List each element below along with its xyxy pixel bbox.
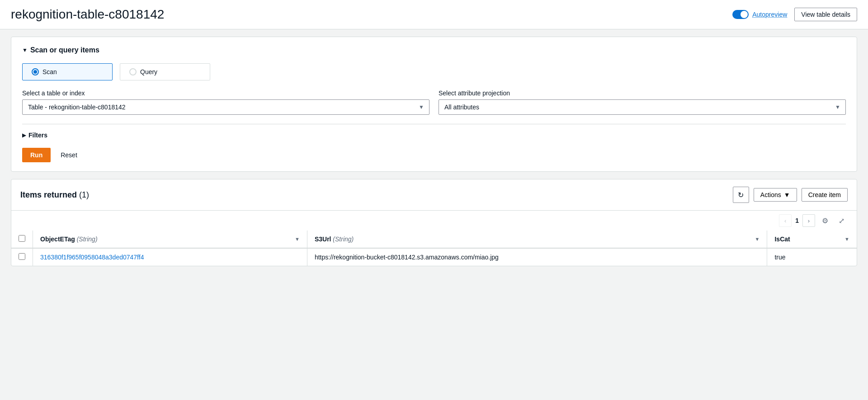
expand-icon-button[interactable]: ⤢ bbox=[835, 214, 848, 227]
items-returned-card: Items returned (1) ↻ Actions ▼ Create it… bbox=[11, 179, 857, 266]
select-all-checkbox[interactable] bbox=[19, 235, 25, 242]
table-select-wrapper: Table - rekognition-table-c8018142 ▼ bbox=[22, 99, 429, 115]
filters-section: ▶ Filters bbox=[22, 124, 846, 139]
table-row: 316380f1f965f0958048a3ded0747ff4 https:/… bbox=[11, 248, 857, 266]
run-button[interactable]: Run bbox=[22, 148, 51, 162]
header-checkbox-cell bbox=[11, 231, 33, 248]
items-actions: ↻ Actions ▼ Create item bbox=[733, 187, 848, 203]
iscat-cell: true bbox=[767, 248, 857, 266]
view-table-details-button[interactable]: View table details bbox=[794, 8, 857, 21]
table-body: 316380f1f965f0958048a3ded0747ff4 https:/… bbox=[11, 248, 857, 266]
page-title: rekognition-table-c8018142 bbox=[11, 7, 164, 22]
row-checkbox-cell bbox=[11, 248, 33, 266]
objectetag-cell: 316380f1f965f0958048a3ded0747ff4 bbox=[33, 248, 307, 266]
main-content: ▼ Scan or query items Scan Query Select … bbox=[0, 29, 868, 273]
query-radio-circle bbox=[129, 68, 137, 75]
scan-query-title: ▼ Scan or query items bbox=[22, 46, 846, 54]
settings-icon: ⚙ bbox=[822, 216, 828, 225]
projection-group: Select attribute projection All attribut… bbox=[439, 89, 846, 115]
autopreview-label[interactable]: Autopreview bbox=[752, 11, 787, 18]
scan-radio-option[interactable]: Scan bbox=[22, 63, 113, 80]
row-checkbox[interactable] bbox=[19, 253, 25, 260]
objectetag-sort-icon[interactable]: ▼ bbox=[295, 236, 300, 242]
s3url-sort-icon[interactable]: ▼ bbox=[755, 236, 760, 242]
collapse-arrow-icon[interactable]: ▼ bbox=[22, 47, 28, 53]
prev-page-button[interactable]: ‹ bbox=[779, 214, 792, 227]
expand-icon: ⤢ bbox=[839, 216, 844, 225]
radio-options: Scan Query bbox=[22, 63, 846, 80]
filters-toggle[interactable]: ▶ Filters bbox=[22, 132, 846, 139]
query-radio-option[interactable]: Query bbox=[120, 63, 210, 80]
scan-radio-label: Scan bbox=[42, 68, 57, 75]
items-table: ObjectETag (String) ▼ S3Url (String) bbox=[11, 231, 857, 266]
query-radio-label: Query bbox=[140, 68, 157, 75]
table-index-label: Select a table or index bbox=[22, 89, 429, 97]
actions-button[interactable]: Actions ▼ bbox=[754, 188, 797, 202]
items-title: Items returned (1) bbox=[20, 190, 89, 200]
pagination-row: ‹ 1 › ⚙ ⤢ bbox=[11, 211, 857, 231]
projection-select[interactable]: All attributes bbox=[439, 99, 846, 115]
s3url-cell: https://rekognition-bucket-c8018142.s3.a… bbox=[307, 248, 767, 266]
iscat-sort-icon[interactable]: ▼ bbox=[844, 236, 849, 242]
actions-dropdown-icon: ▼ bbox=[784, 191, 790, 198]
form-row: Select a table or index Table - rekognit… bbox=[22, 89, 846, 115]
header-right: Autopreview View table details bbox=[732, 8, 857, 21]
scan-query-title-text: Scan or query items bbox=[30, 46, 99, 54]
table-header: ObjectETag (String) ▼ S3Url (String) bbox=[11, 231, 857, 248]
filters-title-text: Filters bbox=[28, 132, 47, 139]
toggle-thumb bbox=[741, 11, 748, 18]
page-number: 1 bbox=[795, 217, 799, 224]
col-header-s3url: S3Url (String) ▼ bbox=[307, 231, 767, 248]
col-header-objectetag: ObjectETag (String) ▼ bbox=[33, 231, 307, 248]
filters-expand-icon: ▶ bbox=[22, 132, 26, 138]
scan-radio-circle bbox=[32, 68, 39, 75]
scan-radio-inner bbox=[33, 70, 37, 74]
settings-icon-button[interactable]: ⚙ bbox=[819, 214, 831, 227]
items-count: (1) bbox=[79, 190, 89, 199]
projection-label: Select attribute projection bbox=[439, 89, 846, 97]
objectetag-link[interactable]: 316380f1f965f0958048a3ded0747ff4 bbox=[40, 254, 144, 261]
col-header-iscat: IsCat ▼ bbox=[767, 231, 857, 248]
autopreview-toggle[interactable]: Autopreview bbox=[732, 10, 787, 19]
items-header: Items returned (1) ↻ Actions ▼ Create it… bbox=[11, 179, 857, 211]
actions-button-label: Actions bbox=[760, 191, 781, 198]
next-page-button[interactable]: › bbox=[802, 214, 815, 227]
reset-button[interactable]: Reset bbox=[54, 148, 84, 162]
page-header: rekognition-table-c8018142 Autopreview V… bbox=[0, 0, 868, 29]
refresh-button[interactable]: ↻ bbox=[733, 187, 749, 203]
toggle-track[interactable] bbox=[732, 10, 749, 19]
projection-select-wrapper: All attributes ▼ bbox=[439, 99, 846, 115]
scan-query-card: ▼ Scan or query items Scan Query Select … bbox=[11, 37, 857, 172]
create-item-button[interactable]: Create item bbox=[802, 188, 848, 202]
table-index-group: Select a table or index Table - rekognit… bbox=[22, 89, 429, 115]
refresh-icon: ↻ bbox=[738, 191, 744, 199]
run-reset-buttons: Run Reset bbox=[22, 148, 846, 162]
table-index-select[interactable]: Table - rekognition-table-c8018142 bbox=[22, 99, 429, 115]
